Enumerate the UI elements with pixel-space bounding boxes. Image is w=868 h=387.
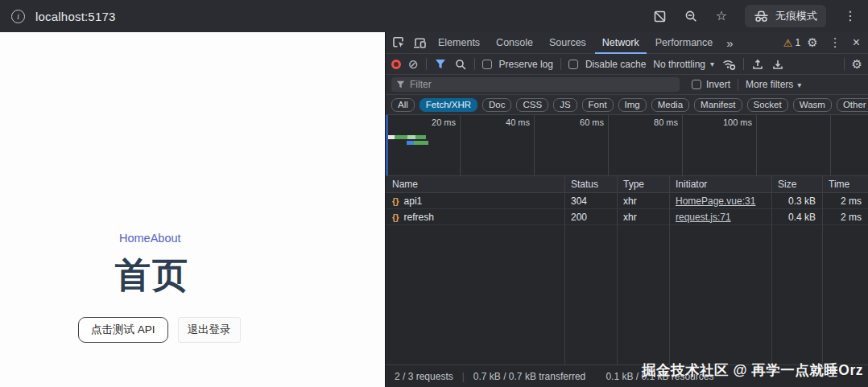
chip-fetch-xhr[interactable]: Fetch/XHR <box>420 98 477 112</box>
request-size: 0.3 kB <box>771 196 822 207</box>
nav-link-about[interactable]: About <box>151 232 181 245</box>
summary-requests: 2 / 3 requests <box>395 371 453 382</box>
tick-20ms: 20 ms <box>432 117 460 127</box>
incognito-icon <box>754 10 769 23</box>
tick-40ms: 40 ms <box>506 117 534 127</box>
test-api-button[interactable]: 点击测试 API <box>78 317 168 343</box>
more-filters-label: More filters <box>746 79 793 90</box>
chip-css[interactable]: CSS <box>516 98 548 112</box>
network-overview-timeline[interactable]: 20 ms 40 ms 60 ms 80 ms 100 ms <box>386 115 868 176</box>
network-toolbar: ⊘ Preserve log Disable cache No throttli… <box>386 54 868 75</box>
chip-other[interactable]: Other <box>837 98 868 112</box>
chip-js[interactable]: JS <box>553 98 577 112</box>
tab-elements[interactable]: Elements <box>431 32 487 54</box>
chip-all[interactable]: All <box>391 98 415 112</box>
more-tabs-icon[interactable]: » <box>721 36 738 50</box>
bookmark-star-icon[interactable]: ☆ <box>716 10 727 23</box>
page-title: 首页 <box>115 256 189 294</box>
logout-button[interactable]: 退出登录 <box>178 317 241 343</box>
browser-menu-icon[interactable]: ⋮ <box>844 10 857 23</box>
invert-checkbox[interactable] <box>692 80 701 89</box>
col-header-initiator[interactable]: Initiator <box>669 179 771 190</box>
devtools-settings-icon[interactable]: ⚙ <box>802 35 822 50</box>
filter-placeholder: Filter <box>410 79 432 90</box>
filter-input[interactable]: Filter <box>391 77 680 92</box>
chip-wasm[interactable]: Wasm <box>793 98 832 112</box>
col-header-name[interactable]: Name <box>386 179 564 190</box>
network-conditions-icon[interactable] <box>721 55 736 74</box>
site-info-icon[interactable]: i <box>11 10 25 23</box>
filter-funnel-icon[interactable] <box>434 55 447 74</box>
request-name: api1 <box>404 196 423 207</box>
disable-cache-checkbox[interactable] <box>568 60 578 69</box>
tab-performance[interactable]: Performance <box>648 32 721 54</box>
tick-100ms: 100 ms <box>723 117 756 127</box>
clear-network-log-icon[interactable]: ⊘ <box>408 57 419 72</box>
more-filters-caret-icon: ▾ <box>797 80 801 89</box>
incognito-badge: 无痕模式 <box>745 5 826 27</box>
nav-link-home[interactable]: Home <box>119 232 151 245</box>
chip-font[interactable]: Font <box>582 98 614 112</box>
request-name: refresh <box>404 212 434 223</box>
devtools-close-icon[interactable]: × <box>848 35 865 50</box>
warning-count: 1 <box>796 37 801 48</box>
request-status: 200 <box>564 212 617 223</box>
filter-input-funnel-icon <box>396 80 405 89</box>
request-time: 2 ms <box>822 196 868 207</box>
tick-60ms: 60 ms <box>580 117 608 127</box>
url-text[interactable]: localhost:5173 <box>35 10 116 23</box>
chip-manifest[interactable]: Manifest <box>694 98 742 112</box>
network-settings-icon[interactable]: ⚙ <box>852 57 862 72</box>
requests-table: Name Status Type Initiator Size Time {}a… <box>386 176 868 367</box>
waterfall-bar-1 <box>388 135 426 139</box>
device-toolbar-icon[interactable] <box>410 33 429 52</box>
disable-cache-label[interactable]: Disable cache <box>585 59 646 70</box>
summary-resources: 0.1 kB / 0.1 kB resources <box>606 371 713 382</box>
devtools-panel: Elements Console Sources Network Perform… <box>385 32 868 387</box>
col-header-size[interactable]: Size <box>771 179 822 190</box>
request-time: 2 ms <box>822 212 868 223</box>
warning-icon: ⚠ <box>783 37 793 49</box>
summary-transferred: 0.7 kB / 0.7 kB transferred <box>473 371 585 382</box>
tab-network[interactable]: Network <box>595 32 647 54</box>
col-header-type[interactable]: Type <box>617 179 669 190</box>
zoom-out-icon[interactable] <box>684 10 698 23</box>
throttling-select[interactable]: No throttling ▾ <box>653 59 714 70</box>
initiator-link[interactable]: HomePage.vue:31 <box>676 196 755 207</box>
request-type: xhr <box>617 196 669 207</box>
chip-doc[interactable]: Doc <box>482 98 511 112</box>
tick-80ms: 80 ms <box>654 117 682 127</box>
preserve-log-checkbox[interactable] <box>482 60 492 69</box>
search-network-icon[interactable] <box>454 55 467 74</box>
json-request-icon: {} <box>392 196 399 206</box>
preserve-log-label[interactable]: Preserve log <box>499 59 553 70</box>
waterfall-bar-2 <box>407 141 428 145</box>
browser-address-bar: i localhost:5173 ☆ <box>0 0 868 32</box>
invert-label[interactable]: Invert <box>706 79 730 90</box>
export-har-icon[interactable] <box>771 55 784 74</box>
incognito-label: 无痕模式 <box>775 9 817 23</box>
col-header-status[interactable]: Status <box>564 179 617 190</box>
tab-sources[interactable]: Sources <box>542 32 593 54</box>
request-type: xhr <box>617 212 669 223</box>
table-row[interactable]: {}api1 304 xhr HomePage.vue:31 0.3 kB 2 … <box>386 193 868 209</box>
network-filter-row: Filter Invert More filters ▾ <box>386 75 868 95</box>
devtools-menu-icon[interactable]: ⋮ <box>825 35 846 50</box>
request-type-filters: All Fetch/XHR Doc CSS JS Font Img Media … <box>386 95 868 115</box>
inspect-element-icon[interactable] <box>389 33 408 52</box>
throttling-value: No throttling <box>653 59 705 70</box>
chip-img[interactable]: Img <box>618 98 647 112</box>
col-header-time[interactable]: Time <box>822 179 868 190</box>
table-header-row: Name Status Type Initiator Size Time <box>386 176 868 193</box>
chip-media[interactable]: Media <box>651 98 689 112</box>
chip-socket[interactable]: Socket <box>747 98 788 112</box>
error-warning-badge[interactable]: ⚠ 1 <box>783 37 800 49</box>
content-blocked-icon[interactable] <box>653 10 667 23</box>
tab-console[interactable]: Console <box>489 32 540 54</box>
more-filters-button[interactable]: More filters ▾ <box>746 79 801 90</box>
record-network-log-icon[interactable] <box>391 60 401 69</box>
table-row[interactable]: {}refresh 200 xhr request.js:71 0.4 kB 2… <box>386 209 868 225</box>
network-summary-bar: 2 / 3 requests | 0.7 kB / 0.7 kB transfe… <box>386 364 868 387</box>
initiator-link[interactable]: request.js:71 <box>676 212 731 223</box>
import-har-icon[interactable] <box>751 55 764 74</box>
